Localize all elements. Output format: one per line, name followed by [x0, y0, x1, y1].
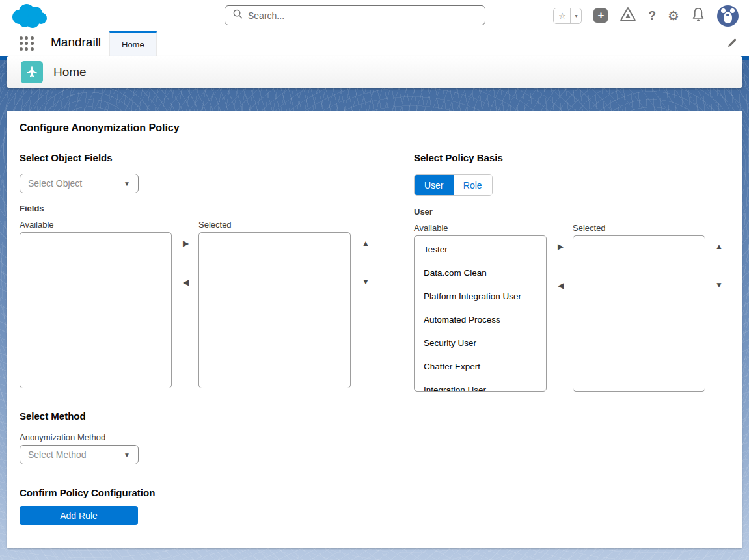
list-item[interactable]: Security User	[415, 332, 546, 355]
list-item[interactable]: Chatter Expert	[415, 355, 546, 379]
avatar-ear	[721, 8, 726, 13]
chevron-down-icon: ▼	[124, 451, 130, 459]
user-avatar[interactable]	[717, 5, 739, 27]
policy-basis-toggle: User Role	[414, 174, 493, 196]
list-item[interactable]: Tester	[415, 238, 546, 261]
card-title: Configure Anonymization Policy	[20, 122, 180, 134]
method-select-value: Select Method	[28, 449, 87, 460]
user-available-listbox[interactable]: TesterData.com CleanPlatform Integration…	[414, 235, 547, 392]
page-title: Home	[53, 65, 87, 79]
global-search[interactable]	[225, 5, 485, 25]
section-select-policy-basis: Select Policy Basis	[414, 152, 503, 163]
user-group-label: User	[414, 207, 433, 217]
fields-label: Fields	[20, 204, 44, 213]
user-move-right-button[interactable]: ▶	[558, 243, 564, 250]
home-object-plane-icon	[21, 61, 43, 83]
notifications-bell-icon[interactable]	[691, 7, 705, 25]
list-item[interactable]: Integration User	[415, 379, 546, 392]
fields-move-right-button[interactable]: ▶	[183, 239, 189, 247]
section-select-object-fields: Select Object Fields	[20, 152, 113, 163]
search-input[interactable]	[248, 10, 485, 21]
add-rule-button[interactable]: Add Rule	[20, 506, 138, 525]
guidance-center-icon[interactable]	[620, 7, 636, 25]
fields-move-up-button[interactable]: ▲	[362, 239, 370, 247]
global-header: ☆ ▾ + ? ⚙	[0, 0, 749, 31]
list-item[interactable]: Data.com Clean	[415, 261, 546, 285]
section-confirm-policy: Confirm Policy Configuration	[20, 487, 155, 498]
user-available-label: Available	[414, 223, 448, 233]
object-select-value: Select Object	[28, 178, 82, 189]
quick-create-button[interactable]: +	[593, 8, 608, 23]
list-item[interactable]: Platform Integration User	[415, 285, 546, 308]
user-selected-label: Selected	[573, 223, 606, 233]
help-icon[interactable]: ?	[648, 8, 656, 23]
tab-home[interactable]: Home	[109, 31, 157, 56]
object-select-dropdown[interactable]: Select Object ▼	[20, 174, 139, 193]
user-move-left-button[interactable]: ◀	[558, 282, 564, 289]
section-select-method: Select Method	[20, 410, 86, 421]
search-icon	[233, 9, 243, 21]
page-header: Home	[7, 56, 742, 88]
app-launcher-icon[interactable]	[20, 36, 34, 51]
fields-selected-label: Selected	[198, 220, 232, 230]
content-background: Home Configure Anonymization Policy Sele…	[0, 56, 749, 560]
fields-selected-listbox[interactable]	[198, 232, 351, 388]
setup-gear-icon[interactable]: ⚙	[668, 9, 679, 22]
app-name: Mandraill	[51, 35, 101, 49]
favorites-control[interactable]: ☆ ▾	[553, 8, 582, 24]
chevron-down-icon[interactable]: ▾	[571, 13, 581, 19]
list-item[interactable]: Automated Process	[415, 308, 546, 332]
salesforce-logo-icon[interactable]	[9, 3, 49, 33]
chevron-down-icon: ▼	[124, 180, 130, 187]
fields-move-down-button[interactable]: ▼	[362, 278, 370, 286]
app-navigation-bar: Mandraill Home	[0, 31, 749, 56]
avatar-ear	[730, 8, 735, 13]
user-move-down-button[interactable]: ▼	[715, 281, 723, 289]
fields-available-label: Available	[20, 220, 54, 230]
edit-page-pencil-icon[interactable]	[727, 38, 737, 51]
star-icon[interactable]: ☆	[554, 8, 570, 23]
user-move-up-button[interactable]: ▲	[715, 243, 723, 250]
method-select-dropdown[interactable]: Select Method ▼	[20, 445, 139, 464]
anonymization-method-label: Anonymization Method	[20, 433, 105, 442]
fields-move-left-button[interactable]: ◀	[183, 278, 189, 286]
avatar-nose	[726, 14, 729, 16]
fields-available-listbox[interactable]	[20, 232, 172, 388]
toggle-user-button[interactable]: User	[415, 175, 454, 195]
user-selected-listbox[interactable]	[573, 235, 705, 392]
policy-configuration-card: Configure Anonymization Policy Select Ob…	[7, 111, 742, 548]
toggle-role-button[interactable]: Role	[454, 175, 493, 195]
